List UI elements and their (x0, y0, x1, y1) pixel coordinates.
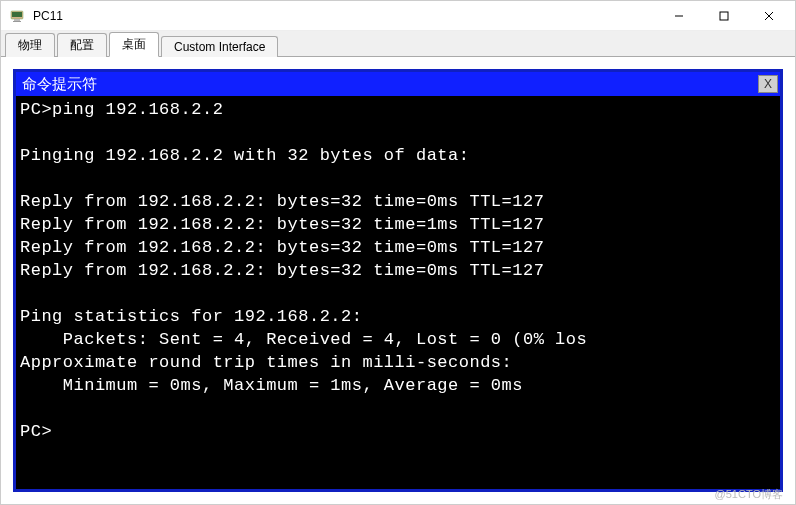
terminal-titlebar: 命令提示符 X (16, 72, 780, 96)
window-controls (656, 2, 791, 30)
tab-desktop[interactable]: 桌面 (109, 32, 159, 57)
svg-rect-2 (14, 19, 20, 21)
terminal-close-button[interactable]: X (758, 75, 778, 93)
svg-rect-1 (12, 12, 22, 17)
tab-bar: 物理 配置 桌面 Custom Interface (1, 31, 795, 57)
tab-custom-interface[interactable]: Custom Interface (161, 36, 278, 57)
content-area: 命令提示符 X PC>ping 192.168.2.2 Pinging 192.… (1, 57, 795, 504)
minimize-button[interactable] (656, 2, 701, 30)
terminal-title: 命令提示符 (22, 75, 758, 94)
terminal-body[interactable]: PC>ping 192.168.2.2 Pinging 192.168.2.2 … (16, 96, 780, 489)
tab-config[interactable]: 配置 (57, 33, 107, 57)
window-title: PC11 (33, 9, 656, 23)
app-window: PC11 物理 配置 桌面 Custom Interface 命令提示符 X P… (0, 0, 796, 505)
app-icon (9, 8, 25, 24)
svg-rect-3 (13, 21, 21, 22)
window-titlebar: PC11 (1, 1, 795, 31)
svg-rect-5 (720, 12, 728, 20)
close-button[interactable] (746, 2, 791, 30)
tab-physical[interactable]: 物理 (5, 33, 55, 57)
maximize-button[interactable] (701, 2, 746, 30)
terminal-window: 命令提示符 X PC>ping 192.168.2.2 Pinging 192.… (13, 69, 783, 492)
